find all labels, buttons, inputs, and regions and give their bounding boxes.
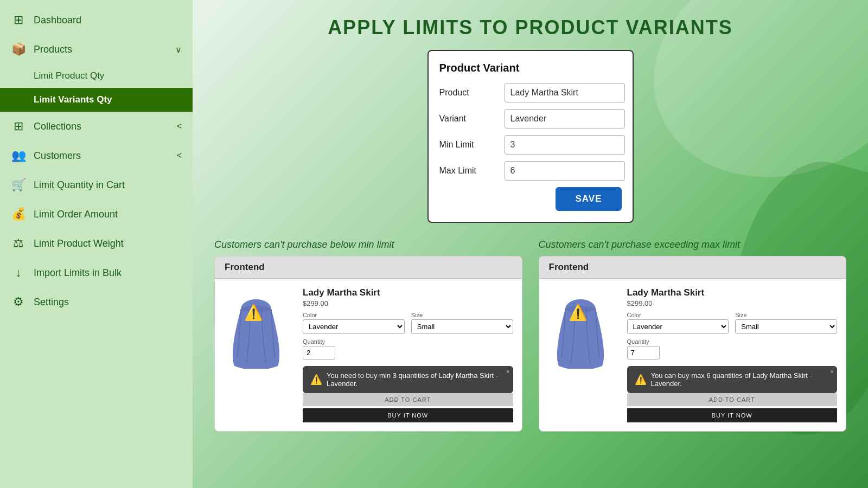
skirt-svg-min [224,287,289,369]
max-buy-now-button[interactable]: BUY IT NOW [627,408,838,422]
min-product-image: ⚠️ [224,287,294,374]
toast-warn-icon-max: ⚠️ [635,374,647,386]
min-product-name: Lady Martha Skirt [303,287,513,298]
toast-warn-icon-min: ⚠️ [310,374,322,386]
max-color-label: Color [627,312,729,318]
min-product-price: $299.00 [303,299,513,307]
min-toast-message: ⚠️ You need to buy min 3 quantities of L… [303,366,513,393]
min-limit-field-row: Min Limit [439,135,622,155]
min-product-fields: Color Lavender Size Small [303,312,513,334]
variant-field-row: Variant [439,109,622,129]
settings-icon: ⚙ [11,295,26,309]
warning-icon-min: ⚠️ [244,304,263,322]
max-product-name: Lady Martha Skirt [627,287,838,298]
max-toast-text: You can buy max 6 quantities of Lady Mar… [651,371,830,388]
sidebar-item-label: Import Limits in Bulk [34,267,122,279]
min-size-select[interactable]: Small [411,319,513,334]
sidebar-item-label: Products [34,44,72,55]
products-icon: 📦 [11,42,26,56]
sidebar-item-limit-order[interactable]: 💰 Limit Order Amount [0,200,193,229]
max-qty-row: Quantity [627,338,838,359]
main-content: APPLY LIMITS TO PRODUCT VARIANTS Product… [193,0,868,488]
sidebar-item-limit-cart[interactable]: 🛒 Limit Quantity in Cart [0,170,193,200]
sidebar-item-settings[interactable]: ⚙ Settings [0,287,193,317]
min-product-info: Lady Martha Skirt $299.00 Color Lavender… [303,287,513,422]
min-qty-input[interactable] [303,346,335,359]
product-label: Product [439,88,499,98]
max-product-image: ⚠️ [548,287,618,374]
min-size-label: Size [411,312,513,318]
max-limit-input[interactable] [505,161,625,181]
sidebar-item-label: Customers [34,150,81,162]
sidebar-item-products[interactable]: 📦 Products ∨ [0,35,193,64]
max-toast-close[interactable]: × [831,368,834,375]
min-color-select[interactable]: Lavender [303,319,405,334]
max-qty-label: Quantity [627,338,838,345]
dashboard-icon: ⊞ [11,13,26,27]
max-product-fields: Color Lavender Size Small [627,312,838,334]
chevron-left-icon-2: < [177,151,182,160]
min-buy-now-button[interactable]: BUY IT NOW [303,408,513,422]
max-toast-message: ⚠️ You can buy max 6 quantities of Lady … [627,366,838,393]
sidebar-item-label: Settings [34,297,69,308]
product-input[interactable] [505,83,625,102]
sidebar-item-import-bulk[interactable]: ↓ Import Limits in Bulk [0,258,193,287]
sidebar-item-dashboard[interactable]: ⊞ Dashboard [0,5,193,35]
max-add-to-cart-button[interactable]: ADD TO CART [627,393,838,406]
min-color-group: Color Lavender [303,312,405,334]
product-variant-form: Product Variant Product Variant Min Limi… [427,50,634,223]
sidebar-item-label: Collections [34,121,81,132]
min-demo-col: Customers can't purchase below min limit… [214,239,522,432]
min-add-to-cart-button[interactable]: ADD TO CART [303,393,513,406]
variant-label: Variant [439,114,499,124]
import-icon: ↓ [11,266,26,280]
sidebar-item-customers[interactable]: 👥 Customers < [0,141,193,170]
sidebar-item-label: Dashboard [34,15,81,26]
form-card-title: Product Variant [439,62,622,74]
max-color-group: Color Lavender [627,312,729,334]
min-limit-input[interactable] [505,135,625,155]
sidebar-item-label: Limit Quantity in Cart [34,179,125,191]
sidebar-item-collections[interactable]: ⊞ Collections < [0,112,193,141]
weight-icon: ⚖ [11,236,26,251]
max-product-info: Lady Martha Skirt $299.00 Color Lavender… [627,287,838,422]
max-demo-card: Frontend ⚠️ [539,256,847,432]
product-field-row: Product [439,83,622,102]
sidebar-item-limit-variants-qty[interactable]: Limit Variants Qty [0,88,193,112]
collections-icon: ⊞ [11,119,26,133]
min-size-group: Size Small [411,312,513,334]
sidebar-subitem-label: Limit Product Qty [34,70,104,81]
min-toast-close[interactable]: × [506,368,509,375]
sidebar-item-limit-weight[interactable]: ⚖ Limit Product Weight [0,229,193,258]
min-limit-label: Min Limit [439,140,499,150]
warning-icon-max: ⚠️ [569,304,588,322]
order-icon: 💰 [11,207,26,221]
chevron-down-icon: ∨ [175,44,182,55]
min-demo-caption: Customers can't purchase below min limit [214,239,522,251]
min-demo-body: ⚠️ Lady Martha Skirt $299.00 Color Laven… [215,279,522,431]
save-button[interactable]: SAVE [556,187,621,211]
sidebar-subitem-label: Limit Variants Qty [34,94,112,105]
max-qty-input[interactable] [627,346,660,359]
max-product-price: $299.00 [627,299,838,307]
max-color-select[interactable]: Lavender [627,319,729,334]
variant-input[interactable] [505,109,625,129]
min-demo-card: Frontend ⚠️ [214,256,522,432]
skirt-svg-max [548,287,613,369]
max-size-label: Size [735,312,837,318]
max-size-select[interactable]: Small [735,319,837,334]
sidebar: ⊞ Dashboard 📦 Products ∨ Limit Product Q… [0,0,193,488]
min-qty-row: Quantity [303,338,513,359]
customers-icon: 👥 [11,149,26,163]
max-limit-label: Max Limit [439,166,499,176]
max-limit-field-row: Max Limit [439,161,622,181]
min-frontend-label: Frontend [215,256,522,279]
demo-section: Customers can't purchase below min limit… [214,239,846,432]
sidebar-item-label: Limit Product Weight [34,238,124,249]
cart-icon: 🛒 [11,178,26,192]
sidebar-item-limit-product-qty[interactable]: Limit Product Qty [0,64,193,88]
max-demo-caption: Customers can't purchase exceeding max l… [539,239,847,251]
max-frontend-label: Frontend [539,256,846,279]
page-title: APPLY LIMITS TO PRODUCT VARIANTS [214,16,846,39]
max-demo-body: ⚠️ Lady Martha Skirt $299.00 Color Laven… [539,279,846,431]
